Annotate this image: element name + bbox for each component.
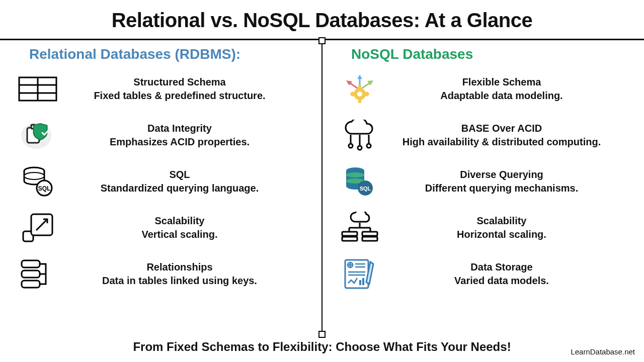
cloud-network-icon [337, 118, 382, 153]
svg-rect-44 [342, 232, 357, 236]
item-sub: Vertical scaling. [62, 228, 297, 241]
item-sub: Standardized querying language. [62, 182, 297, 195]
item-sub: Fixed tables & predefined structure. [62, 89, 297, 103]
item-text: Flexible Schema Adaptable data modeling. [382, 75, 629, 103]
svg-point-32 [367, 144, 371, 148]
svg-rect-47 [362, 237, 377, 241]
item-text: Relationships Data in tables linked usin… [60, 260, 307, 288]
svg-rect-16 [22, 281, 40, 288]
footer-text: From Fixed Schemas to Flexibility: Choos… [133, 340, 511, 353]
svg-text:SQL: SQL [38, 185, 51, 192]
columns: Relational Databases (RDBMS): Structured… [0, 40, 644, 335]
gear-arrows-icon [337, 71, 382, 107]
item-text: BASE Over ACID High availability & distr… [382, 122, 629, 149]
svg-rect-14 [22, 260, 40, 267]
left-item: Structured Schema Fixed tables & predefi… [15, 71, 307, 107]
item-text: Structured Schema Fixed tables & predefi… [60, 75, 307, 103]
item-sub: Emphasizes ACID properties. [62, 135, 297, 149]
svg-point-31 [358, 146, 362, 150]
source-label: LearnDatabase.net [571, 347, 635, 356]
right-item: SQL Diverse Querying Different querying … [337, 164, 629, 199]
svg-rect-56 [359, 280, 361, 285]
cloud-servers-icon [337, 210, 382, 245]
database-sql-icon: SQL [15, 164, 60, 199]
item-title: SQL [62, 168, 297, 182]
item-text: Scalability Vertical scaling. [60, 214, 307, 241]
left-heading: Relational Databases (RDBMS): [15, 46, 307, 62]
right-item: Scalability Horizontal scaling. [337, 210, 629, 245]
item-text: SQL Standardized querying language. [60, 168, 307, 195]
svg-point-26 [357, 92, 362, 97]
left-item: SQL SQL Standardized querying language. [15, 164, 307, 199]
left-item: Relationships Data in tables linked usin… [15, 256, 307, 292]
left-item: Data Integrity Emphasizes ACID propertie… [15, 118, 307, 153]
right-item: Data Storage Varied data models. [337, 256, 629, 292]
item-title: Data Storage [384, 260, 619, 274]
svg-rect-19 [358, 99, 361, 103]
item-title: Relationships [62, 260, 297, 274]
item-title: Diverse Querying [384, 168, 619, 182]
svg-point-36 [346, 172, 364, 177]
item-sub: High availability & distributed computin… [384, 135, 619, 149]
right-item: Flexible Schema Adaptable data modeling. [337, 71, 629, 107]
svg-rect-15 [22, 270, 40, 278]
item-sub: Adaptable data modeling. [384, 89, 619, 103]
shield-check-icon [15, 118, 60, 153]
document-chart-icon [337, 256, 382, 292]
item-text: Scalability Horizontal scaling. [382, 214, 629, 241]
vertical-divider [321, 40, 323, 335]
left-item: Scalability Vertical scaling. [15, 210, 307, 245]
item-title: Scalability [384, 214, 619, 228]
table-grid-icon [15, 71, 60, 107]
item-sub: Varied data models. [384, 274, 619, 288]
item-text: Diverse Querying Different querying mech… [382, 168, 629, 195]
footer: From Fixed Schemas to Flexibility: Choos… [0, 335, 644, 362]
svg-text:SQL: SQL [360, 186, 371, 192]
svg-point-8 [24, 172, 44, 179]
left-column: Relational Databases (RDBMS): Structured… [0, 40, 322, 335]
item-title: BASE Over ACID [384, 122, 619, 135]
item-sub: Horizontal scaling. [384, 228, 619, 241]
page-title: Relational vs. NoSQL Databases: At a Gla… [0, 0, 644, 39]
svg-point-30 [349, 144, 353, 148]
linked-records-icon [15, 256, 60, 292]
svg-rect-46 [362, 232, 377, 236]
svg-rect-18 [358, 85, 361, 89]
right-column: NoSQL Databases [322, 40, 644, 335]
item-sub: Different querying mechanisms. [384, 182, 619, 195]
item-title: Scalability [62, 214, 297, 228]
item-title: Structured Schema [62, 75, 297, 89]
database-sql-color-icon: SQL [337, 164, 382, 199]
scale-up-icon [15, 210, 60, 245]
item-text: Data Storage Varied data models. [382, 260, 629, 288]
svg-rect-57 [362, 278, 364, 285]
svg-rect-45 [342, 237, 357, 241]
item-title: Flexible Schema [384, 75, 619, 89]
item-text: Data Integrity Emphasizes ACID propertie… [60, 122, 307, 149]
item-title: Data Integrity [62, 122, 297, 135]
right-heading: NoSQL Databases [337, 46, 629, 62]
right-item: BASE Over ACID High availability & distr… [337, 118, 629, 153]
item-sub: Data in tables linked using keys. [62, 274, 297, 288]
